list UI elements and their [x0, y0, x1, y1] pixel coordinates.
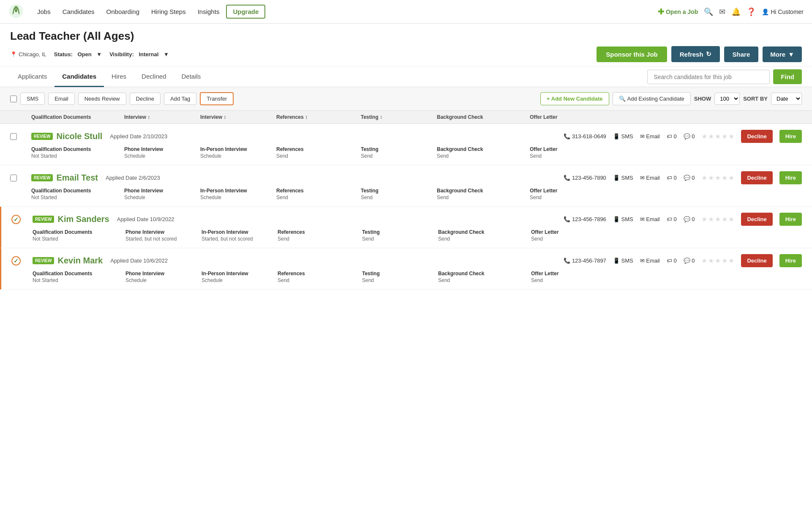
share-button[interactable]: Share [724, 47, 759, 62]
sms-contact-button[interactable]: 📱 SMS [613, 257, 633, 264]
candidate-name[interactable]: Email Test [56, 173, 98, 183]
job-status[interactable]: Status: Open ▼ [54, 51, 102, 58]
star-icon[interactable]: ★ [728, 174, 734, 182]
hire-candidate-button[interactable]: Hire [779, 171, 802, 184]
nav-onboarding[interactable]: Onboarding [101, 5, 144, 18]
testing-value[interactable]: Send [362, 236, 438, 242]
bell-icon[interactable]: 🔔 [731, 7, 741, 16]
tab-hires[interactable]: Hires [104, 67, 134, 87]
rating-stars[interactable]: ★★★★★ [701, 132, 734, 140]
decline-candidate-button[interactable]: Decline [741, 171, 772, 184]
show-select[interactable]: 100 50 25 [714, 93, 740, 105]
sms-button[interactable]: SMS [20, 93, 45, 105]
select-all-checkbox[interactable] [10, 96, 17, 102]
sms-contact-button[interactable]: 📱 SMS [613, 175, 633, 181]
person-int-value[interactable]: Started, but not scored [202, 236, 278, 242]
more-button[interactable]: More ▼ [763, 47, 802, 62]
person-int-value[interactable]: Schedule [200, 153, 276, 159]
bg-check-value[interactable]: Send [437, 194, 530, 200]
user-menu[interactable]: 👤 Hi Customer [762, 8, 804, 15]
tab-declined[interactable]: Declined [134, 67, 174, 87]
nav-insights[interactable]: Insights [193, 5, 225, 18]
star-icon[interactable]: ★ [708, 257, 714, 265]
star-icon[interactable]: ★ [701, 215, 707, 223]
star-icon[interactable]: ★ [728, 132, 734, 140]
qual-docs-value[interactable]: Not Started [33, 236, 125, 242]
phone-int-value[interactable]: Schedule [124, 194, 200, 200]
references-value[interactable]: Send [278, 277, 362, 283]
sms-contact-button[interactable]: 📱 SMS [613, 133, 633, 140]
mail-icon[interactable]: ✉ [719, 7, 725, 16]
star-icon[interactable]: ★ [708, 132, 714, 140]
needs-review-button[interactable]: Needs Review [78, 93, 126, 105]
star-icon[interactable]: ★ [715, 215, 721, 223]
tab-details[interactable]: Details [174, 67, 208, 87]
col-interview-1[interactable]: Interview ↕ [124, 114, 200, 120]
offer-value[interactable]: Send [530, 194, 606, 200]
person-int-value[interactable]: Schedule [200, 194, 276, 200]
star-icon[interactable]: ★ [701, 174, 707, 182]
star-icon[interactable]: ★ [715, 257, 721, 265]
tab-applicants[interactable]: Applicants [10, 67, 54, 87]
sponsor-job-button[interactable]: Sponsor this Job [597, 47, 667, 62]
candidate-checkbox-selected[interactable]: ✓ [11, 256, 21, 266]
nav-upgrade[interactable]: Upgrade [226, 5, 265, 19]
hire-candidate-button[interactable]: Hire [779, 130, 802, 143]
star-icon[interactable]: ★ [701, 132, 707, 140]
add-new-candidate-button[interactable]: + Add New Candidate [540, 92, 609, 105]
references-value[interactable]: Send [276, 153, 361, 159]
rating-stars[interactable]: ★★★★★ [701, 174, 734, 182]
sortby-select[interactable]: Date Name [771, 93, 802, 105]
email-button[interactable]: Email [48, 93, 75, 105]
bg-check-value[interactable]: Send [437, 153, 530, 159]
email-contact-button[interactable]: ✉ Email [640, 257, 660, 264]
col-interview-2[interactable]: Interview ↕ [200, 114, 276, 120]
nav-jobs[interactable]: Jobs [32, 5, 56, 18]
offer-value[interactable]: Send [531, 236, 607, 242]
candidate-checkbox-selected[interactable]: ✓ [11, 215, 21, 224]
bg-check-value[interactable]: Send [438, 236, 531, 242]
col-references[interactable]: References ↕ [276, 114, 361, 120]
refresh-button[interactable]: Refresh ↻ [671, 46, 720, 62]
candidate-checkbox[interactable] [10, 133, 17, 140]
logo[interactable] [8, 3, 24, 20]
phone-int-value[interactable]: Schedule [125, 277, 202, 283]
candidate-name[interactable]: Kevin Mark [57, 256, 103, 266]
hire-candidate-button[interactable]: Hire [779, 213, 802, 226]
star-icon[interactable]: ★ [715, 174, 721, 182]
find-button[interactable]: Find [773, 69, 802, 84]
references-value[interactable]: Send [278, 236, 362, 242]
testing-value[interactable]: Send [361, 153, 437, 159]
nav-hiring-steps[interactable]: Hiring Steps [146, 5, 191, 18]
email-contact-button[interactable]: ✉ Email [640, 216, 660, 222]
decline-candidate-button[interactable]: Decline [741, 213, 772, 226]
rating-stars[interactable]: ★★★★★ [701, 215, 734, 223]
decline-candidate-button[interactable]: Decline [741, 130, 772, 143]
offer-value[interactable]: Send [530, 153, 606, 159]
decline-button[interactable]: Decline [130, 93, 161, 105]
hire-candidate-button[interactable]: Hire [779, 254, 802, 267]
bg-check-value[interactable]: Send [438, 277, 531, 283]
person-int-value[interactable]: Schedule [202, 277, 278, 283]
candidate-name[interactable]: Nicole Stull [56, 131, 102, 141]
sms-contact-button[interactable]: 📱 SMS [613, 216, 633, 222]
search-icon[interactable]: 🔍 [704, 7, 713, 16]
star-icon[interactable]: ★ [722, 174, 728, 182]
add-tag-button[interactable]: Add Tag [164, 93, 196, 105]
email-contact-button[interactable]: ✉ Email [640, 133, 660, 140]
star-icon[interactable]: ★ [722, 132, 728, 140]
offer-value[interactable]: Send [531, 277, 607, 283]
transfer-button[interactable]: Transfer [200, 92, 234, 105]
candidate-checkbox[interactable] [10, 175, 17, 181]
nav-candidates[interactable]: Candidates [57, 5, 100, 18]
job-visibility[interactable]: Visibility: Internal ▼ [109, 51, 169, 58]
testing-value[interactable]: Send [361, 194, 437, 200]
search-input[interactable] [647, 70, 770, 84]
tab-candidates[interactable]: Candidates [54, 67, 104, 87]
star-icon[interactable]: ★ [722, 257, 728, 265]
add-existing-candidate-button[interactable]: 🔍 Add Existing Candidate [613, 92, 691, 105]
help-icon[interactable]: ❓ [747, 7, 756, 16]
decline-candidate-button[interactable]: Decline [741, 254, 772, 267]
references-value[interactable]: Send [276, 194, 361, 200]
testing-value[interactable]: Send [362, 277, 438, 283]
